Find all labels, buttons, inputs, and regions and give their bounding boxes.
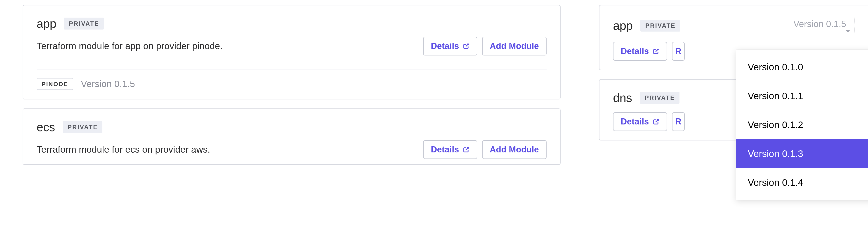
external-link-icon (463, 146, 469, 153)
card-header: ecs PRIVATE (37, 120, 547, 134)
card-header: app PRIVATE (37, 17, 547, 31)
version-option[interactable]: Version 0.1.2 (736, 111, 868, 139)
truncated-label: R (675, 46, 681, 56)
visibility-badge: PRIVATE (64, 17, 104, 30)
card-divider (37, 69, 547, 70)
truncated-button[interactable]: R (672, 112, 685, 131)
card-actions: Details Add Module (423, 140, 547, 159)
card-header-left: app PRIVATE (613, 19, 680, 33)
add-module-button[interactable]: Add Module (482, 140, 547, 159)
card-body-row: Terraform module for ecs on provider aws… (37, 140, 547, 159)
card-header-left: dns PRIVATE (613, 91, 680, 105)
module-card-ecs: ecs PRIVATE Terraform module for ecs on … (23, 109, 561, 165)
external-link-icon (653, 48, 659, 55)
version-text: Version 0.1.5 (81, 79, 135, 89)
details-label: Details (621, 117, 649, 126)
version-option[interactable]: Version 0.1.3 (736, 139, 868, 168)
external-link-icon (463, 43, 469, 50)
module-title: app (37, 17, 56, 31)
module-list-right: app PRIVATE Version 0.1.5 Details R (583, 0, 868, 232)
add-module-button[interactable]: Add Module (482, 37, 547, 55)
add-module-label: Add Module (490, 41, 539, 51)
external-link-icon (653, 118, 659, 125)
details-button[interactable]: Details (613, 112, 667, 131)
module-title: dns (613, 91, 632, 105)
card-footer: PINODE Version 0.1.5 (37, 78, 547, 90)
details-button[interactable]: Details (613, 42, 667, 61)
details-label: Details (431, 41, 459, 51)
module-list-left: app PRIVATE Terraform module for app on … (0, 0, 583, 232)
truncated-label: R (675, 117, 681, 126)
details-label: Details (621, 46, 649, 56)
details-label: Details (431, 145, 459, 154)
chevron-down-icon (845, 30, 850, 33)
card-actions: Details Add Module (423, 37, 547, 55)
provider-chip: PINODE (37, 78, 73, 90)
module-description: Terraform module for app on provider pin… (37, 40, 223, 52)
card-body-row: Terraform module for app on provider pin… (37, 37, 547, 55)
visibility-badge: PRIVATE (640, 20, 680, 32)
version-option[interactable]: Version 0.1.1 (736, 82, 868, 111)
details-button[interactable]: Details (423, 140, 477, 159)
version-dropdown: Version 0.1.0Version 0.1.1Version 0.1.2V… (736, 50, 868, 200)
visibility-badge: PRIVATE (640, 92, 680, 104)
version-option[interactable]: Version 0.1.4 (736, 168, 868, 197)
card-header: app PRIVATE Version 0.1.5 (613, 17, 855, 34)
version-select[interactable]: Version 0.1.5 (789, 17, 855, 34)
module-card-app: app PRIVATE Terraform module for app on … (23, 5, 561, 100)
module-title: ecs (37, 120, 55, 134)
module-description: Terraform module for ecs on provider aws… (37, 143, 210, 156)
version-select-value: Version 0.1.5 (794, 19, 846, 29)
visibility-badge: PRIVATE (63, 121, 102, 133)
module-title: app (613, 19, 633, 33)
add-module-label: Add Module (490, 145, 539, 154)
details-button[interactable]: Details (423, 37, 477, 55)
version-option[interactable]: Version 0.1.0 (736, 53, 868, 82)
truncated-button[interactable]: R (672, 42, 685, 61)
